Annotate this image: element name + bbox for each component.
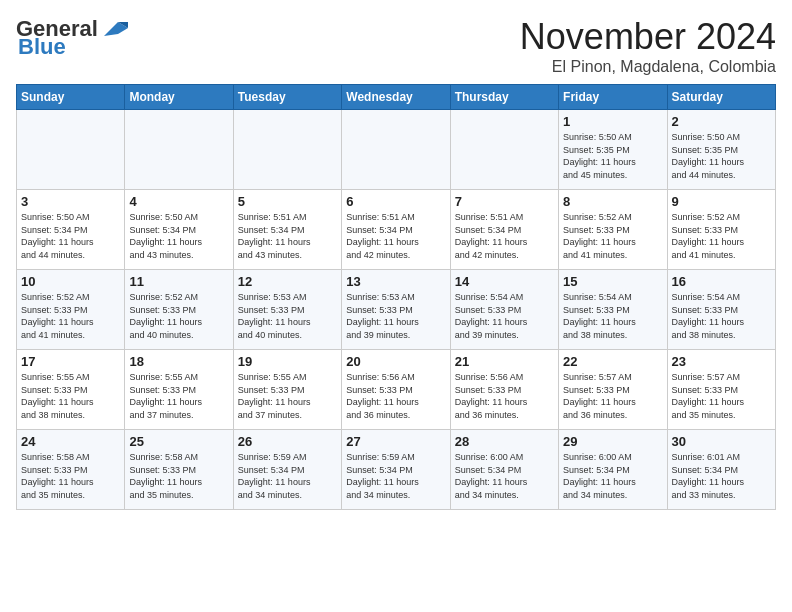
day-number: 14 [455, 274, 554, 289]
logo-blue-text: Blue [18, 34, 66, 60]
day-number: 15 [563, 274, 662, 289]
day-number: 20 [346, 354, 445, 369]
weekday-header-monday: Monday [125, 85, 233, 110]
day-number: 9 [672, 194, 771, 209]
calendar-cell: 7Sunrise: 5:51 AM Sunset: 5:34 PM Daylig… [450, 190, 558, 270]
day-number: 8 [563, 194, 662, 209]
calendar-cell: 3Sunrise: 5:50 AM Sunset: 5:34 PM Daylig… [17, 190, 125, 270]
calendar-cell: 21Sunrise: 5:56 AM Sunset: 5:33 PM Dayli… [450, 350, 558, 430]
calendar-cell: 27Sunrise: 5:59 AM Sunset: 5:34 PM Dayli… [342, 430, 450, 510]
weekday-header-thursday: Thursday [450, 85, 558, 110]
day-number: 17 [21, 354, 120, 369]
calendar-week-4: 17Sunrise: 5:55 AM Sunset: 5:33 PM Dayli… [17, 350, 776, 430]
day-number: 25 [129, 434, 228, 449]
day-number: 19 [238, 354, 337, 369]
calendar-cell: 24Sunrise: 5:58 AM Sunset: 5:33 PM Dayli… [17, 430, 125, 510]
weekday-header-friday: Friday [559, 85, 667, 110]
day-number: 10 [21, 274, 120, 289]
day-info: Sunrise: 5:53 AM Sunset: 5:33 PM Dayligh… [346, 291, 445, 341]
day-info: Sunrise: 6:00 AM Sunset: 5:34 PM Dayligh… [563, 451, 662, 501]
day-info: Sunrise: 5:50 AM Sunset: 5:34 PM Dayligh… [21, 211, 120, 261]
day-info: Sunrise: 5:50 AM Sunset: 5:35 PM Dayligh… [563, 131, 662, 181]
day-info: Sunrise: 5:52 AM Sunset: 5:33 PM Dayligh… [21, 291, 120, 341]
day-info: Sunrise: 5:51 AM Sunset: 5:34 PM Dayligh… [238, 211, 337, 261]
day-info: Sunrise: 5:51 AM Sunset: 5:34 PM Dayligh… [346, 211, 445, 261]
day-number: 7 [455, 194, 554, 209]
calendar-cell: 19Sunrise: 5:55 AM Sunset: 5:33 PM Dayli… [233, 350, 341, 430]
day-info: Sunrise: 5:50 AM Sunset: 5:35 PM Dayligh… [672, 131, 771, 181]
calendar-cell: 20Sunrise: 5:56 AM Sunset: 5:33 PM Dayli… [342, 350, 450, 430]
calendar-cell: 10Sunrise: 5:52 AM Sunset: 5:33 PM Dayli… [17, 270, 125, 350]
calendar-table: SundayMondayTuesdayWednesdayThursdayFrid… [16, 84, 776, 510]
calendar-cell: 9Sunrise: 5:52 AM Sunset: 5:33 PM Daylig… [667, 190, 775, 270]
day-number: 6 [346, 194, 445, 209]
day-number: 16 [672, 274, 771, 289]
day-number: 23 [672, 354, 771, 369]
day-number: 22 [563, 354, 662, 369]
calendar-cell: 6Sunrise: 5:51 AM Sunset: 5:34 PM Daylig… [342, 190, 450, 270]
day-info: Sunrise: 6:01 AM Sunset: 5:34 PM Dayligh… [672, 451, 771, 501]
calendar-cell [233, 110, 341, 190]
day-info: Sunrise: 5:58 AM Sunset: 5:33 PM Dayligh… [129, 451, 228, 501]
day-info: Sunrise: 5:53 AM Sunset: 5:33 PM Dayligh… [238, 291, 337, 341]
calendar-week-2: 3Sunrise: 5:50 AM Sunset: 5:34 PM Daylig… [17, 190, 776, 270]
day-info: Sunrise: 5:59 AM Sunset: 5:34 PM Dayligh… [238, 451, 337, 501]
calendar-cell: 13Sunrise: 5:53 AM Sunset: 5:33 PM Dayli… [342, 270, 450, 350]
calendar-cell: 26Sunrise: 5:59 AM Sunset: 5:34 PM Dayli… [233, 430, 341, 510]
day-info: Sunrise: 5:50 AM Sunset: 5:34 PM Dayligh… [129, 211, 228, 261]
day-info: Sunrise: 5:52 AM Sunset: 5:33 PM Dayligh… [563, 211, 662, 261]
calendar-cell: 22Sunrise: 5:57 AM Sunset: 5:33 PM Dayli… [559, 350, 667, 430]
day-info: Sunrise: 5:59 AM Sunset: 5:34 PM Dayligh… [346, 451, 445, 501]
calendar-cell: 25Sunrise: 5:58 AM Sunset: 5:33 PM Dayli… [125, 430, 233, 510]
day-info: Sunrise: 5:58 AM Sunset: 5:33 PM Dayligh… [21, 451, 120, 501]
logo: General Blue [16, 16, 130, 60]
day-number: 12 [238, 274, 337, 289]
calendar-cell: 12Sunrise: 5:53 AM Sunset: 5:33 PM Dayli… [233, 270, 341, 350]
day-info: Sunrise: 5:54 AM Sunset: 5:33 PM Dayligh… [455, 291, 554, 341]
calendar-cell [450, 110, 558, 190]
logo-icon [100, 18, 130, 40]
day-number: 18 [129, 354, 228, 369]
calendar-cell [342, 110, 450, 190]
weekday-header-saturday: Saturday [667, 85, 775, 110]
calendar-cell: 2Sunrise: 5:50 AM Sunset: 5:35 PM Daylig… [667, 110, 775, 190]
day-info: Sunrise: 6:00 AM Sunset: 5:34 PM Dayligh… [455, 451, 554, 501]
day-info: Sunrise: 5:52 AM Sunset: 5:33 PM Dayligh… [672, 211, 771, 261]
day-info: Sunrise: 5:55 AM Sunset: 5:33 PM Dayligh… [129, 371, 228, 421]
calendar-cell [17, 110, 125, 190]
calendar-cell: 4Sunrise: 5:50 AM Sunset: 5:34 PM Daylig… [125, 190, 233, 270]
calendar-cell: 11Sunrise: 5:52 AM Sunset: 5:33 PM Dayli… [125, 270, 233, 350]
weekday-header-wednesday: Wednesday [342, 85, 450, 110]
day-number: 3 [21, 194, 120, 209]
calendar-cell: 8Sunrise: 5:52 AM Sunset: 5:33 PM Daylig… [559, 190, 667, 270]
calendar-week-5: 24Sunrise: 5:58 AM Sunset: 5:33 PM Dayli… [17, 430, 776, 510]
calendar-cell: 15Sunrise: 5:54 AM Sunset: 5:33 PM Dayli… [559, 270, 667, 350]
calendar-cell: 14Sunrise: 5:54 AM Sunset: 5:33 PM Dayli… [450, 270, 558, 350]
day-info: Sunrise: 5:55 AM Sunset: 5:33 PM Dayligh… [238, 371, 337, 421]
calendar-cell: 28Sunrise: 6:00 AM Sunset: 5:34 PM Dayli… [450, 430, 558, 510]
day-info: Sunrise: 5:54 AM Sunset: 5:33 PM Dayligh… [672, 291, 771, 341]
day-info: Sunrise: 5:57 AM Sunset: 5:33 PM Dayligh… [563, 371, 662, 421]
day-info: Sunrise: 5:54 AM Sunset: 5:33 PM Dayligh… [563, 291, 662, 341]
day-number: 26 [238, 434, 337, 449]
calendar-week-3: 10Sunrise: 5:52 AM Sunset: 5:33 PM Dayli… [17, 270, 776, 350]
day-info: Sunrise: 5:55 AM Sunset: 5:33 PM Dayligh… [21, 371, 120, 421]
day-number: 29 [563, 434, 662, 449]
page-header: General Blue November 2024 El Pinon, Mag… [16, 16, 776, 76]
calendar-cell: 29Sunrise: 6:00 AM Sunset: 5:34 PM Dayli… [559, 430, 667, 510]
day-info: Sunrise: 5:52 AM Sunset: 5:33 PM Dayligh… [129, 291, 228, 341]
day-number: 11 [129, 274, 228, 289]
weekday-header-sunday: Sunday [17, 85, 125, 110]
calendar-cell [125, 110, 233, 190]
day-info: Sunrise: 5:56 AM Sunset: 5:33 PM Dayligh… [346, 371, 445, 421]
day-number: 21 [455, 354, 554, 369]
day-info: Sunrise: 5:57 AM Sunset: 5:33 PM Dayligh… [672, 371, 771, 421]
day-number: 30 [672, 434, 771, 449]
day-number: 28 [455, 434, 554, 449]
calendar-cell: 5Sunrise: 5:51 AM Sunset: 5:34 PM Daylig… [233, 190, 341, 270]
calendar-cell: 23Sunrise: 5:57 AM Sunset: 5:33 PM Dayli… [667, 350, 775, 430]
calendar-cell: 16Sunrise: 5:54 AM Sunset: 5:33 PM Dayli… [667, 270, 775, 350]
day-number: 1 [563, 114, 662, 129]
day-number: 27 [346, 434, 445, 449]
title-area: November 2024 El Pinon, Magdalena, Colom… [520, 16, 776, 76]
